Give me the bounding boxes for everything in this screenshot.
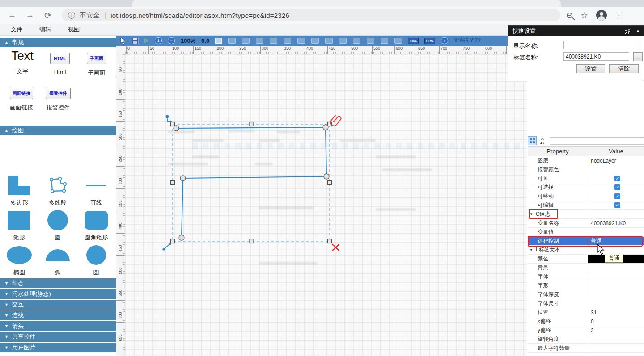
- palette-item[interactable]: 直线: [86, 175, 106, 207]
- property-row[interactable]: y偏移2: [528, 326, 644, 335]
- ruler-label: 300: [116, 177, 125, 186]
- url-bar[interactable]: i 不安全 | iot.idosp.net/html/scada/editor.…: [62, 9, 560, 21]
- property-row[interactable]: x偏移0: [528, 317, 644, 326]
- zoom-out-icon[interactable]: −: [168, 37, 175, 44]
- categorize-icon[interactable]: [528, 136, 537, 145]
- ruler-tick: [116, 255, 125, 256]
- selected-polyline-shape[interactable]: [125, 54, 527, 356]
- section-header-collapsed[interactable]: ▼污水处理(静态): [0, 289, 116, 299]
- menu-item[interactable]: 文件: [4, 25, 29, 34]
- html-export-icon[interactable]: HTML: [408, 38, 419, 44]
- vertex-handles[interactable]: [174, 125, 329, 240]
- palette-item[interactable]: 多线段: [48, 175, 68, 207]
- property-filter-input[interactable]: [550, 137, 644, 145]
- html-import-icon[interactable]: HTML: [424, 38, 435, 44]
- property-row[interactable]: 可移动✓: [528, 192, 644, 201]
- palette-item[interactable]: 圆: [47, 209, 68, 242]
- reload-icon[interactable]: ⟳: [43, 10, 53, 20]
- page-info-icon[interactable]: i: [68, 12, 75, 19]
- palette-item[interactable]: 弧: [46, 244, 70, 276]
- property-row[interactable]: ▼L标签文本: [528, 246, 644, 255]
- palette-item[interactable]: 报警控件报警控件: [40, 84, 76, 112]
- property-row[interactable]: 颜色: [528, 255, 644, 264]
- menu-item[interactable]: 编辑: [33, 25, 57, 34]
- property-name-text: x偏移: [538, 318, 551, 325]
- property-row[interactable]: 位置31: [528, 308, 644, 317]
- property-name: 可编辑: [528, 201, 588, 209]
- palette-item[interactable]: Text文字: [4, 49, 40, 75]
- section-header-collapsed[interactable]: ▼交互: [0, 300, 116, 310]
- design-canvas[interactable]: [125, 54, 527, 356]
- avatar[interactable]: [596, 10, 607, 21]
- save-icon[interactable]: [132, 38, 139, 44]
- clear-button[interactable]: 清除: [609, 64, 639, 73]
- menu-item[interactable]: 视图: [62, 25, 86, 34]
- palette-item[interactable]: 画面链接画面链接: [4, 84, 39, 112]
- property-row[interactable]: 变量值: [528, 228, 644, 237]
- ruler-tick: [116, 166, 125, 167]
- section-header-general[interactable]: ▲ 常规: [0, 38, 116, 47]
- property-row[interactable]: 字体: [528, 272, 644, 281]
- property-row[interactable]: 字体深度: [528, 290, 644, 299]
- property-name-text: 最大字符数量: [538, 344, 570, 352]
- polyline-path[interactable]: [176, 127, 326, 238]
- resize-handles[interactable]: [171, 122, 332, 243]
- property-name-text: 可选择: [538, 184, 554, 191]
- property-row[interactable]: 远程控制普通: [528, 237, 644, 246]
- palette-item[interactable]: 多边形: [8, 175, 30, 207]
- palette-item[interactable]: 圆: [86, 244, 106, 276]
- canvas-settings-icon[interactable]: [215, 38, 222, 44]
- palette-item-label: 圆: [55, 234, 61, 242]
- tag-name-input[interactable]: [563, 52, 629, 61]
- property-row[interactable]: 图层nodeLayer: [528, 156, 644, 165]
- property-row[interactable]: 报警颜色: [528, 165, 644, 174]
- palette-item[interactable]: 椭圆: [7, 244, 32, 276]
- delete-icon[interactable]: [332, 244, 339, 251]
- palette-item[interactable]: 矩形: [8, 209, 30, 242]
- section-header-collapsed[interactable]: ▼连线: [0, 310, 116, 320]
- section-header-collapsed[interactable]: ▼用户图片: [0, 343, 116, 352]
- checkbox-checked-icon[interactable]: ✓: [614, 176, 620, 181]
- property-row[interactable]: ▼C组态: [528, 210, 644, 219]
- ruler-label: 0: [126, 46, 130, 54]
- section-header-collapsed[interactable]: ▼组态: [0, 278, 116, 288]
- checkbox-checked-icon[interactable]: ✓: [614, 202, 620, 208]
- browse-tag-button[interactable]: ...: [633, 52, 643, 61]
- checkbox-checked-icon[interactable]: ✓: [614, 184, 620, 190]
- property-row[interactable]: 字形: [528, 281, 644, 290]
- dock-icon[interactable]: [625, 28, 631, 34]
- browser-menu-icon[interactable]: ⋮: [615, 11, 623, 20]
- property-row[interactable]: 可见✓: [528, 174, 644, 183]
- property-row[interactable]: 变量名称400038921.K0: [528, 219, 644, 228]
- property-row[interactable]: 可选择✓: [528, 183, 644, 192]
- sort-az-icon[interactable]: AZ↓: [538, 136, 547, 145]
- browser-active-tab[interactable]: [132, 0, 561, 7]
- info-icon[interactable]: i: [441, 37, 448, 44]
- ruler-tick: [116, 345, 125, 345]
- set-button[interactable]: 设置: [576, 64, 605, 73]
- section-header-draw[interactable]: ▲ 绘图: [0, 126, 116, 135]
- zoom-page-icon[interactable]: [567, 13, 572, 18]
- palette-item[interactable]: HTMLHtml: [42, 49, 78, 75]
- collapse-panel-icon[interactable]: ▲: [636, 29, 640, 33]
- property-row[interactable]: 背景: [528, 264, 644, 272]
- display-name-input[interactable]: [563, 41, 639, 49]
- property-row[interactable]: 最大字符数量: [528, 344, 644, 353]
- back-icon[interactable]: ←: [7, 10, 17, 20]
- palette-item[interactable]: 圆角矩形: [85, 209, 108, 242]
- forward-icon[interactable]: →: [25, 10, 35, 20]
- property-row[interactable]: 字体尺寸: [528, 299, 644, 308]
- property-row[interactable]: 可编辑✓: [528, 201, 644, 210]
- section-header-collapsed[interactable]: ▼箭头: [0, 321, 116, 331]
- palette-item[interactable]: 子画面子画面: [79, 49, 114, 77]
- bookmark-star-icon[interactable]: ☆: [580, 10, 588, 21]
- property-value: 400038921.K0: [588, 219, 644, 227]
- zoom-in-icon[interactable]: +: [155, 37, 162, 44]
- zoom-level: 100%: [181, 38, 195, 44]
- section-header-collapsed[interactable]: ▼共享控件: [0, 332, 116, 342]
- checkbox-checked-icon[interactable]: ✓: [614, 193, 620, 199]
- select-cursor-icon[interactable]: [120, 37, 126, 45]
- quick-settings-header[interactable]: 快速设置 ▲: [508, 26, 644, 36]
- property-row[interactable]: 旋转角度: [528, 335, 644, 344]
- attach-icon[interactable]: [330, 115, 341, 126]
